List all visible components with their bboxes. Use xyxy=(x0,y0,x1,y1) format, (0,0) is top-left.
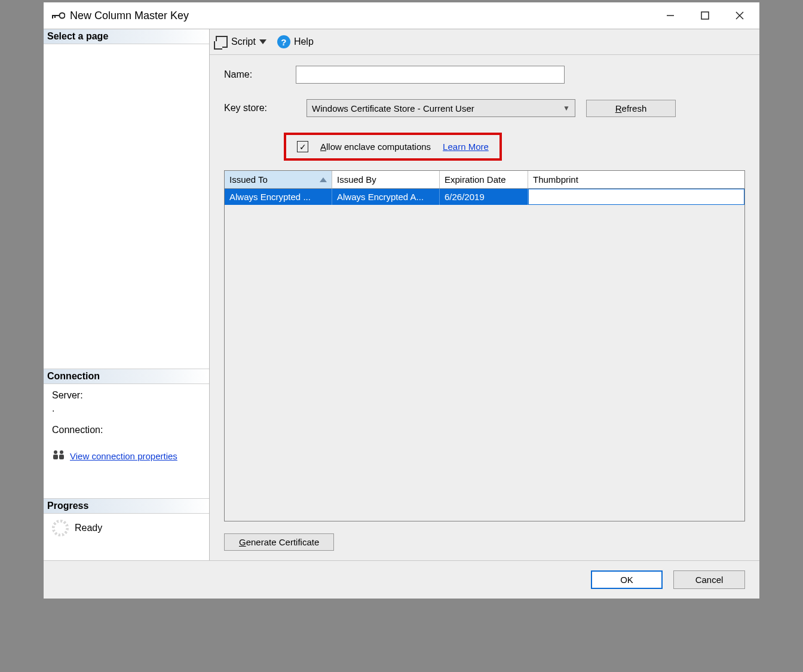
sort-asc-icon xyxy=(320,177,327,182)
progress-block: Ready xyxy=(44,514,209,542)
learn-more-link[interactable]: Learn More xyxy=(443,142,489,152)
key-icon xyxy=(52,11,65,20)
svg-point-8 xyxy=(54,450,57,454)
progress-status: Ready xyxy=(75,523,102,533)
view-connection-properties-link[interactable]: View connection properties xyxy=(70,451,177,461)
cell-thumbprint xyxy=(528,189,744,205)
keystore-label: Key store: xyxy=(224,103,296,113)
svg-rect-3 xyxy=(54,15,56,18)
server-value: . xyxy=(52,403,201,414)
help-icon: ? xyxy=(277,35,290,48)
help-button[interactable]: Help xyxy=(294,36,314,47)
titlebar: New Column Master Key xyxy=(44,2,759,29)
cancel-button[interactable]: Cancel xyxy=(673,570,745,589)
sidebar: Select a page Connection Server: . Conne… xyxy=(44,29,210,560)
ok-button[interactable]: OK xyxy=(591,570,663,589)
enclave-highlight: ✓ Allow enclave computations Learn More xyxy=(284,133,502,161)
name-label: Name: xyxy=(224,69,296,80)
connection-header: Connection xyxy=(44,369,209,384)
grid-row[interactable]: Always Encrypted ... Always Encrypted A.… xyxy=(225,189,744,205)
column-issued-to[interactable]: Issued To xyxy=(225,171,332,188)
script-label: Script xyxy=(231,36,256,47)
main-panel: Script ? Help Name: Key store: Windows xyxy=(210,29,759,560)
svg-rect-2 xyxy=(52,15,53,19)
connection-icon xyxy=(52,450,65,462)
column-thumbprint[interactable]: Thumbprint xyxy=(528,171,744,188)
certificates-grid: Issued To Issued By Expiration Date Thum… xyxy=(224,170,745,521)
cell-issued-by: Always Encrypted A... xyxy=(332,189,440,205)
svg-rect-5 xyxy=(701,12,709,19)
select-page-header: Select a page xyxy=(44,29,209,44)
column-label: Issued To xyxy=(229,174,268,185)
cell-expiration: 6/26/2019 xyxy=(440,189,528,205)
maximize-button[interactable] xyxy=(688,2,722,29)
chevron-down-icon: ▼ xyxy=(563,104,570,112)
generate-certificate-button[interactable]: Generate Certificate xyxy=(224,533,334,551)
server-label: Server: xyxy=(52,390,201,401)
dialog-footer: OK Cancel xyxy=(44,560,759,599)
svg-rect-11 xyxy=(59,455,64,459)
name-input[interactable] xyxy=(296,66,565,84)
toolbar: Script ? Help xyxy=(210,29,759,55)
minimize-button[interactable] xyxy=(653,2,688,29)
cell-issued-to: Always Encrypted ... xyxy=(225,189,332,205)
progress-header: Progress xyxy=(44,498,209,514)
svg-point-10 xyxy=(60,450,63,454)
close-button[interactable] xyxy=(722,2,757,29)
script-dropdown[interactable]: Script xyxy=(231,36,270,47)
grid-header: Issued To Issued By Expiration Date Thum… xyxy=(225,171,744,189)
script-icon xyxy=(216,36,228,48)
column-expiration[interactable]: Expiration Date xyxy=(440,171,528,188)
page-list xyxy=(44,44,209,369)
svg-rect-9 xyxy=(53,455,58,459)
svg-point-0 xyxy=(60,13,65,19)
allow-enclave-checkbox[interactable]: ✓ xyxy=(297,141,308,152)
window-title: New Column Master Key xyxy=(70,10,653,22)
allow-enclave-label: Allow enclave computations xyxy=(320,142,431,152)
keystore-select[interactable]: Windows Certificate Store - Current User… xyxy=(307,99,575,117)
connection-label: Connection: xyxy=(52,425,201,435)
connection-block: Server: . Connection: View connec xyxy=(44,384,209,468)
progress-ring-icon xyxy=(52,520,69,536)
keystore-value: Windows Certificate Store - Current User xyxy=(312,103,474,113)
chevron-down-icon xyxy=(259,39,266,44)
column-issued-by[interactable]: Issued By xyxy=(332,171,440,188)
refresh-button[interactable]: Refresh xyxy=(586,100,676,117)
dialog-window: New Column Master Key Select a page Conn… xyxy=(43,2,760,599)
